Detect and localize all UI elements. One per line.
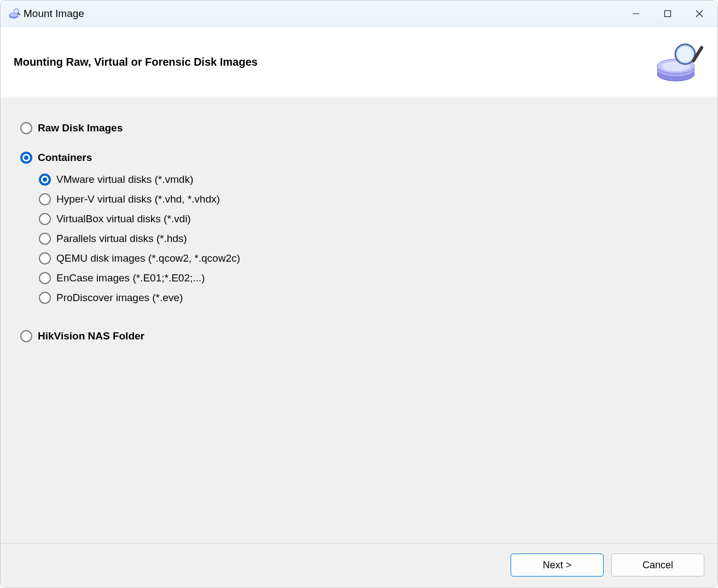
wizard-header: Mounting Raw, Virtual or Forensic Disk I… xyxy=(1,27,717,97)
option-hikvision-nas[interactable]: HikVision NAS Folder xyxy=(20,330,698,342)
disk-magnifier-icon xyxy=(655,40,704,84)
radio-icon xyxy=(39,174,51,186)
option-virtualbox[interactable]: VirtualBox virtual disks (*.vdi) xyxy=(39,213,698,225)
radio-icon xyxy=(39,213,51,225)
window-controls xyxy=(620,1,715,26)
next-button[interactable]: Next > xyxy=(511,554,604,577)
radio-icon xyxy=(39,272,51,284)
mount-image-window: Mount Image Mounting Raw, Virtual or For… xyxy=(0,0,718,588)
option-parallels[interactable]: Parallels virtual disks (*.hds) xyxy=(39,233,698,245)
radio-icon xyxy=(39,252,51,264)
close-button[interactable] xyxy=(684,1,715,26)
content-area: Raw Disk Images Containers VMware virtua… xyxy=(1,97,717,543)
app-icon xyxy=(8,8,20,20)
minimize-button[interactable] xyxy=(620,1,652,26)
option-containers[interactable]: Containers xyxy=(20,152,698,164)
option-hyperv[interactable]: Hyper-V virtual disks (*.vhd, *.vhdx) xyxy=(39,193,698,205)
option-label: EnCase images (*.E01;*.E02;...) xyxy=(56,272,205,284)
close-icon xyxy=(696,10,703,18)
maximize-button[interactable] xyxy=(652,1,684,26)
page-title: Mounting Raw, Virtual or Forensic Disk I… xyxy=(14,56,258,68)
option-encase[interactable]: EnCase images (*.E01;*.E02;...) xyxy=(39,272,698,284)
option-label: HikVision NAS Folder xyxy=(38,330,144,342)
wizard-footer: Next > Cancel xyxy=(1,543,717,587)
option-label: Containers xyxy=(38,152,92,164)
option-label: Raw Disk Images xyxy=(38,122,123,134)
titlebar: Mount Image xyxy=(1,1,717,27)
maximize-icon xyxy=(664,10,671,18)
radio-icon xyxy=(39,233,51,245)
containers-sub-options: VMware virtual disks (*.vmdk) Hyper-V vi… xyxy=(20,174,698,304)
option-prodiscover[interactable]: ProDiscover images (*.eve) xyxy=(39,292,698,304)
option-raw-disk-images[interactable]: Raw Disk Images xyxy=(20,122,698,134)
cancel-button[interactable]: Cancel xyxy=(611,554,704,577)
option-label: Hyper-V virtual disks (*.vhd, *.vhdx) xyxy=(56,193,220,205)
svg-point-13 xyxy=(678,47,693,62)
cancel-button-label: Cancel xyxy=(642,560,673,571)
option-label: VirtualBox virtual disks (*.vdi) xyxy=(56,213,191,225)
option-qemu[interactable]: QEMU disk images (*.qcow2, *.qcow2c) xyxy=(39,252,698,264)
radio-icon xyxy=(39,292,51,304)
option-vmware[interactable]: VMware virtual disks (*.vmdk) xyxy=(39,174,698,186)
option-label: VMware virtual disks (*.vmdk) xyxy=(56,174,193,186)
next-button-label: Next > xyxy=(543,560,572,571)
window-title: Mount Image xyxy=(24,8,620,20)
minimize-icon xyxy=(632,10,640,18)
option-label: ProDiscover images (*.eve) xyxy=(56,292,183,304)
svg-rect-5 xyxy=(665,10,671,16)
radio-icon xyxy=(20,152,32,164)
radio-icon xyxy=(20,122,32,134)
option-label: Parallels virtual disks (*.hds) xyxy=(56,233,187,245)
radio-icon xyxy=(20,330,32,342)
option-label: QEMU disk images (*.qcow2, *.qcow2c) xyxy=(56,252,240,264)
radio-icon xyxy=(39,193,51,205)
